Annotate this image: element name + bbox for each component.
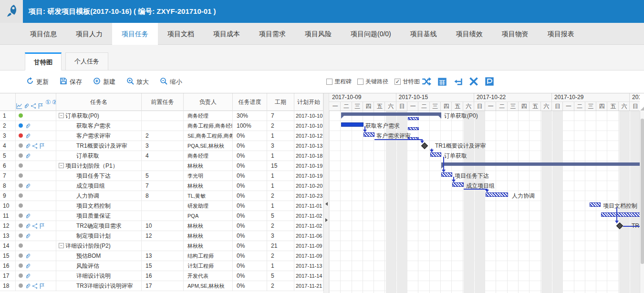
main-tab-项目基线[interactable]: 项目基线 <box>401 23 447 45</box>
task-bar[interactable] <box>486 192 508 197</box>
table-row[interactable]: 17详细设计说明16开发代表0%52017-11-14 <box>0 271 323 281</box>
flag-icon[interactable] <box>37 99 44 105</box>
project-icon[interactable] <box>485 77 495 87</box>
paperclip-icon[interactable] <box>25 263 31 269</box>
duration: 1 <box>267 201 294 211</box>
row-number: 7 <box>0 171 16 181</box>
sub-tab-个人任务[interactable]: 个人任务 <box>65 52 108 71</box>
solid-bar[interactable] <box>341 122 364 127</box>
toolbar-button-放大[interactable]: 放大 <box>126 71 149 93</box>
flag-icon[interactable] <box>39 222 46 229</box>
paperclip-icon[interactable] <box>25 232 31 239</box>
paperclip-icon[interactable] <box>25 273 31 279</box>
table-row[interactable]: 5订单获取4商务经理0%12017-10-18 <box>0 151 323 161</box>
gantt-vertical-scrollbar[interactable] <box>640 111 644 293</box>
checkbox-里程碑[interactable] <box>326 79 332 85</box>
toolbar-button-更新[interactable]: 更新 <box>26 71 49 93</box>
chart-icon[interactable] <box>16 99 22 105</box>
summary-bar[interactable] <box>441 162 640 166</box>
header-badge-2[interactable]: ② <box>52 99 56 106</box>
task-bar[interactable] <box>590 202 601 207</box>
gantt-day-label: 三 <box>353 102 363 111</box>
collapse-icon[interactable]: − <box>59 113 64 118</box>
table-row[interactable]: 13制定项目计划12林秋秋0%32017-11-06 <box>0 231 323 241</box>
table-row[interactable]: 7项目任务下达5李光明0%12017-10-19 <box>0 171 323 181</box>
collapse-icon[interactable]: − <box>59 163 64 168</box>
collapse-left-icon[interactable] <box>325 202 328 206</box>
share-icon[interactable] <box>32 142 39 149</box>
owner: 李光明 <box>184 171 233 181</box>
table-row[interactable]: 6−项目计划阶段（P1）林秋秋0%152017-10-19 <box>0 161 323 171</box>
main-tab-项目文档[interactable]: 项目文档 <box>158 23 204 45</box>
paperclip-icon[interactable] <box>25 253 31 259</box>
toolbar-button-保存[interactable]: 保存 <box>60 71 82 93</box>
sub-tab-甘特图[interactable]: 甘特图 <box>25 52 62 71</box>
table-row[interactable]: 16风险评估15计划工程师0%12017-11-13 <box>0 261 323 271</box>
excel-icon[interactable] <box>469 77 479 87</box>
flag-icon[interactable] <box>39 142 46 149</box>
table-row[interactable]: 10项目文档控制研发助理0%12017-11-01 <box>0 201 323 211</box>
main-tab-项目信息[interactable]: 项目信息 <box>21 23 66 45</box>
scrollbar-thumb[interactable] <box>641 119 644 264</box>
paperclip-icon[interactable] <box>25 283 31 289</box>
main-tab-项目风险[interactable]: 项目风险 <box>295 23 341 45</box>
table-row[interactable]: 9人力协调8TL,黄敏0%22017-10-23 <box>0 191 323 201</box>
shuffle-icon[interactable] <box>422 77 432 87</box>
flag-icon[interactable] <box>39 283 46 289</box>
checkbox-甘特图[interactable]: ✓ <box>395 79 401 85</box>
task-bar[interactable] <box>601 212 640 217</box>
paperclip-icon[interactable] <box>25 132 31 139</box>
main-tab-项目绩效[interactable]: 项目绩效 <box>447 23 492 45</box>
checkbox-关键路径[interactable] <box>357 79 364 85</box>
paperclip-icon[interactable] <box>25 152 31 159</box>
summary-bar[interactable] <box>341 112 441 116</box>
calendar-icon[interactable] <box>437 77 448 87</box>
main-tab-项目物资[interactable]: 项目物资 <box>492 23 538 45</box>
main-tab-项目任务[interactable]: 项目任务 <box>112 23 158 45</box>
task-bar[interactable] <box>441 172 452 177</box>
main-tab-项目报表[interactable]: 项目报表 <box>538 23 584 45</box>
collapse-right-icon[interactable] <box>325 218 328 222</box>
header-badge-1[interactable]: ① <box>45 99 51 106</box>
gantt-day-label: 三 <box>508 102 519 111</box>
table-row[interactable]: 4TR1概要设计及评审3PQA,SE,林秋秋0%32017-10-13 <box>0 141 323 151</box>
paperclip-icon[interactable] <box>25 142 31 149</box>
baseline-bar[interactable] <box>408 117 419 120</box>
table-row[interactable]: 8成立项目组7林秋秋0%12017-10-20 <box>0 181 323 191</box>
share-icon[interactable] <box>32 222 39 229</box>
table-row[interactable]: 15预估BOM13结构工程师0%22017-11-09 <box>0 251 323 261</box>
paperclip-icon[interactable] <box>25 182 31 189</box>
row-number: 8 <box>0 181 16 191</box>
paperclip-icon[interactable] <box>25 212 31 219</box>
toolbar-button-缩小[interactable]: 缩小 <box>160 71 182 93</box>
table-row[interactable]: 1−订单获取(P0)商务经理30%72017-10-10 <box>0 111 323 121</box>
table-row[interactable]: 14−详细设计阶段(P2)林秋秋0%212017-11-09 <box>0 241 323 251</box>
table-row[interactable]: 2获取客户需求商务工程师,商务经理100%22017-10-10 <box>0 121 323 131</box>
main-tab-项目成本[interactable]: 项目成本 <box>204 23 249 45</box>
share-icon[interactable] <box>30 99 37 105</box>
paperclip-icon[interactable] <box>25 222 31 229</box>
main-tab-项目需求[interactable]: 项目需求 <box>249 23 295 45</box>
main-tab-项目人力[interactable]: 项目人力 <box>66 23 112 45</box>
baseline-bar[interactable] <box>408 127 419 130</box>
table-row[interactable]: 18TR3详细设计说明评审17APM,SE,林秋秋0%22017-11-21 <box>0 281 323 291</box>
toolbar-button-新建[interactable]: 新建 <box>93 71 115 93</box>
paperclip-icon[interactable] <box>23 99 30 105</box>
paperclip-icon[interactable] <box>25 122 31 129</box>
app-logo[interactable] <box>0 0 23 23</box>
main-tab-项目问题(0/0)[interactable]: 项目问题(0/0) <box>341 23 401 45</box>
row-number: 6 <box>0 161 16 171</box>
task-name: TR3详细设计说明评审 <box>76 283 133 289</box>
import-icon[interactable] <box>453 77 464 87</box>
task-bar[interactable] <box>364 132 374 137</box>
share-icon[interactable] <box>32 283 39 289</box>
panel-splitter[interactable] <box>323 93 329 293</box>
task-bar[interactable] <box>430 152 441 157</box>
task-bar[interactable] <box>452 182 464 187</box>
table-row[interactable]: 11项目质量保证PQA0%52017-11-02 <box>0 211 323 221</box>
table-row[interactable]: 3客户需求评审2SE,商务工程师,商务经理0%12017-10-12 <box>0 131 323 141</box>
task-name: 预估BOM <box>76 253 101 259</box>
collapse-icon[interactable]: − <box>59 243 64 248</box>
row-status-icons <box>16 271 56 281</box>
table-row[interactable]: 12TR2确定项目需求10林秋秋0%22017-11-02 <box>0 221 323 231</box>
